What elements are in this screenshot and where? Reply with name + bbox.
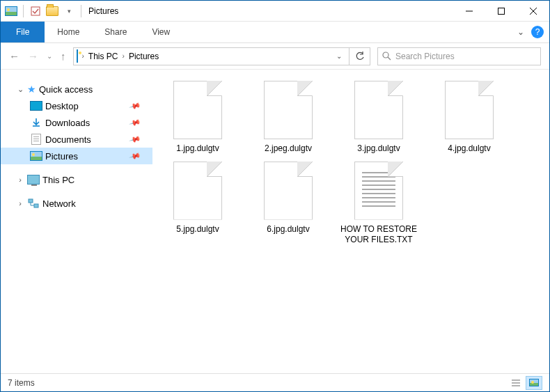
home-tab[interactable]: Home	[45, 22, 92, 42]
chevron-right-icon[interactable]: ›	[123, 52, 125, 60]
file-label: 2.jpeg.dulgtv	[265, 143, 312, 155]
sidebar-item-network[interactable]: › Network	[1, 195, 152, 212]
svg-rect-8	[29, 199, 33, 203]
ribbon: File Home Share View ⌄ ?	[1, 22, 549, 43]
help-icon[interactable]: ?	[531, 26, 544, 38]
pin-icon: 📌	[129, 150, 142, 162]
app-icon	[3, 3, 19, 19]
file-grid: 1.jpg.dulgtv2.jpeg.dulgtv3.jpg.dulgtv4.j…	[152, 70, 549, 373]
file-item[interactable]: HOW TO RESTORE YOUR FILES.TXT	[340, 162, 417, 246]
window-controls	[453, 1, 549, 22]
sidebar-item-this-pc[interactable]: › This PC	[1, 171, 152, 188]
titlebar: ▾ Pictures	[1, 1, 549, 22]
thumbnails-view-button[interactable]	[526, 376, 542, 390]
expand-icon[interactable]: ›	[16, 175, 24, 184]
pin-icon: 📌	[129, 100, 142, 112]
view-switcher	[508, 376, 542, 390]
sidebar-label: Network	[42, 198, 76, 209]
file-label: 1.jpg.dulgtv	[176, 143, 219, 155]
file-label: HOW TO RESTORE YOUR FILES.TXT	[340, 224, 417, 246]
search-icon	[382, 52, 391, 61]
file-label: 4.jpg.dulgtv	[448, 143, 490, 155]
body: ⌄ ★ Quick access Desktop 📌 Downloads 📌 D…	[1, 70, 549, 373]
network-icon	[27, 197, 40, 210]
file-label: 5.jpg.dulgtv	[176, 224, 219, 235]
sidebar-label: Downloads	[45, 118, 90, 128]
sidebar-label: Documents	[45, 134, 91, 145]
separator	[81, 5, 81, 17]
address-bar[interactable]: › This PC › Pictures ⌄	[73, 47, 350, 65]
sidebar-item-desktop[interactable]: Desktop 📌	[1, 97, 152, 114]
separator	[23, 5, 24, 17]
properties-icon[interactable]	[28, 3, 43, 19]
breadcrumb-this-pc[interactable]: This PC	[88, 52, 118, 61]
qat-dropdown-icon[interactable]: ▾	[61, 3, 77, 19]
file-item[interactable]: 1.jpg.dulgtv	[159, 81, 236, 155]
forward-button[interactable]: →	[28, 50, 38, 62]
back-button[interactable]: ←	[9, 50, 19, 62]
window-title: Pictures	[84, 6, 118, 16]
pin-icon: 📌	[129, 116, 142, 129]
sidebar-item-pictures[interactable]: Pictures 📌	[1, 148, 152, 164]
chevron-right-icon[interactable]: ›	[82, 52, 84, 60]
statusbar: 7 items	[1, 373, 549, 391]
sidebar-label: Pictures	[45, 151, 78, 162]
file-item[interactable]: 4.jpg.dulgtv	[431, 81, 508, 155]
item-count: 7 items	[8, 378, 35, 388]
details-view-button[interactable]	[508, 376, 524, 390]
file-item[interactable]: 6.jpg.dulgtv	[250, 162, 327, 246]
file-item[interactable]: 5.jpg.dulgtv	[159, 162, 236, 246]
recent-dropdown-icon[interactable]: ⌄	[47, 52, 52, 60]
file-label: 3.jpg.dulgtv	[357, 143, 400, 155]
view-tab[interactable]: View	[139, 22, 182, 42]
documents-icon	[30, 133, 42, 146]
search-box[interactable]	[377, 47, 541, 65]
navbar: ← → ⌄ ↑ › This PC › Pictures ⌄	[1, 43, 549, 70]
collapse-icon[interactable]: ⌄	[16, 85, 24, 94]
sidebar-item-documents[interactable]: Documents 📌	[1, 131, 152, 148]
search-input[interactable]	[395, 52, 536, 61]
sidebar-label: Quick access	[39, 84, 93, 95]
expand-ribbon-icon[interactable]: ⌄	[517, 27, 524, 37]
close-button[interactable]	[517, 1, 549, 22]
svg-rect-2	[498, 8, 505, 14]
minimize-button[interactable]	[453, 1, 485, 22]
quick-access-toolbar: ▾	[1, 3, 84, 19]
sidebar: ⌄ ★ Quick access Desktop 📌 Downloads 📌 D…	[1, 70, 152, 373]
svg-line-6	[388, 57, 391, 60]
up-button[interactable]: ↑	[61, 50, 66, 62]
pin-icon: 📌	[129, 133, 142, 146]
share-tab[interactable]: Share	[92, 22, 139, 42]
pictures-icon	[30, 150, 42, 162]
address-icon	[77, 50, 78, 63]
file-item[interactable]: 3.jpg.dulgtv	[340, 81, 417, 155]
nav-buttons: ← → ⌄ ↑	[9, 50, 66, 62]
sidebar-label: This PC	[42, 175, 74, 185]
folder-icon[interactable]	[45, 3, 60, 19]
svg-rect-0	[31, 7, 40, 15]
breadcrumb-pictures[interactable]: Pictures	[129, 52, 159, 61]
file-tab[interactable]: File	[1, 22, 45, 42]
desktop-icon	[30, 100, 42, 112]
svg-rect-9	[34, 204, 38, 207]
star-icon: ★	[27, 84, 36, 95]
sidebar-item-downloads[interactable]: Downloads 📌	[1, 114, 152, 131]
svg-point-5	[383, 52, 388, 58]
file-label: 6.jpg.dulgtv	[267, 224, 309, 235]
expand-icon[interactable]: ›	[16, 199, 24, 207]
sidebar-label: Desktop	[45, 101, 79, 111]
address-dropdown-icon[interactable]: ⌄	[336, 52, 346, 60]
maximize-button[interactable]	[485, 1, 517, 22]
pc-icon	[27, 173, 40, 186]
sidebar-item-quick-access[interactable]: ⌄ ★ Quick access	[1, 81, 152, 97]
refresh-button[interactable]	[349, 47, 370, 65]
downloads-icon	[30, 116, 42, 129]
file-item[interactable]: 2.jpeg.dulgtv	[250, 81, 327, 155]
